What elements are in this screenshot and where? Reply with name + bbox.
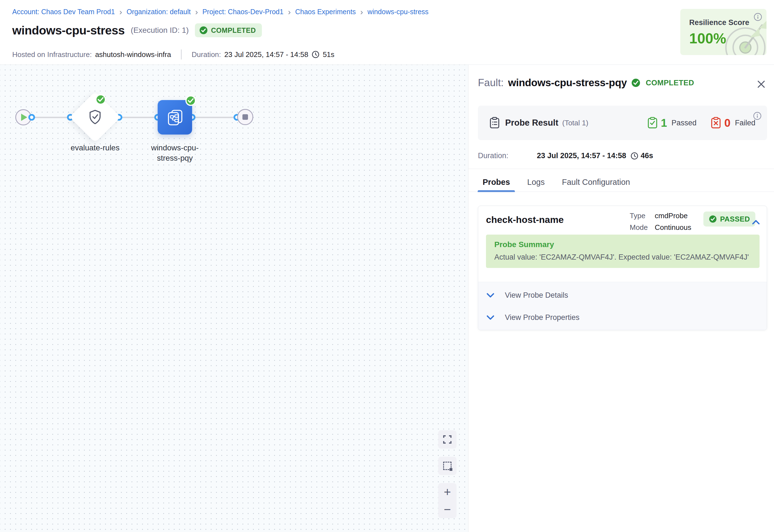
breadcrumb-item-chaos-experiments[interactable]: Chaos Experiments [295, 8, 356, 16]
play-icon [21, 114, 27, 121]
passed-count: 1 [661, 117, 667, 129]
breadcrumb-chevron-icon: › [195, 8, 198, 15]
shield-check-icon [89, 110, 101, 124]
marquee-select-button[interactable] [438, 457, 457, 475]
view-probe-details[interactable]: View Probe Details [487, 291, 568, 300]
status-badge: COMPLETED [195, 23, 262, 37]
probe-type-label: Type [630, 212, 645, 220]
hosted-infra-value: ashutosh-windows-infra [95, 50, 171, 59]
probe-result-total: (Total 1) [562, 119, 588, 127]
title-row: windows-cpu-stress (Execution ID: 1) COM… [12, 23, 262, 37]
pipeline-canvas[interactable]: evaluate-rules windows-cpu- stress-pqy +… [0, 65, 468, 532]
panel-duration-label: Duration: [478, 151, 537, 160]
view-probe-properties[interactable]: View Probe Properties [487, 313, 579, 322]
clipboard-icon [490, 117, 500, 129]
probe-card-footer: View Probe Details View Probe Properties [478, 282, 767, 330]
breadcrumb-item-project[interactable]: Project: Chaos-Dev-Prod1 [202, 8, 284, 16]
probe-result-card: Probe Result (Total 1) 1 Passed [478, 106, 767, 140]
node-port [28, 114, 35, 121]
chevron-up-icon[interactable] [752, 219, 760, 225]
chevron-down-icon [487, 315, 494, 320]
node-label-line2: stress-pqy [133, 153, 217, 163]
panel-divider [468, 169, 774, 169]
fault-header: Fault: windows-cpu-stress-pqy COMPLETED [478, 77, 694, 89]
probe-type-value: cmdProbe [655, 212, 688, 220]
main-area: evaluate-rules windows-cpu- stress-pqy +… [0, 65, 774, 532]
edge [192, 117, 237, 118]
check-circle-icon [631, 78, 640, 87]
breadcrumb-chevron-icon: › [119, 8, 122, 15]
marquee-select-icon [443, 462, 451, 470]
info-icon[interactable] [754, 13, 762, 21]
passed-clipboard-icon [648, 117, 658, 129]
probe-card: check-host-name Type cmdProbe Mode Conti… [478, 206, 767, 330]
tab-logs[interactable]: Logs [522, 173, 550, 192]
fullscreen-button[interactable] [438, 430, 457, 449]
tab-probes[interactable]: Probes [478, 173, 515, 192]
node-label-evaluate-rules: evaluate-rules [53, 143, 137, 153]
breadcrumb-item-current[interactable]: windows-cpu-stress [368, 8, 429, 16]
breadcrumb-chevron-icon: › [288, 8, 291, 15]
chevron-down-icon [487, 293, 494, 298]
chaos-experiment-page: Account: Chaos Dev Team Prod1 › Organiza… [0, 0, 774, 532]
hosted-infra-label: Hosted on Infrastructure: [12, 50, 92, 59]
breadcrumb: Account: Chaos Dev Team Prod1 › Organiza… [12, 8, 428, 16]
resilience-score: 100% [689, 30, 726, 47]
clock-icon [631, 152, 638, 160]
header-duration-elapsed: 51s [323, 50, 334, 59]
meta-divider [181, 49, 182, 59]
probe-result-title: Probe Result [505, 118, 558, 128]
stop-icon [242, 114, 248, 120]
fault-name: windows-cpu-stress-pqy [508, 77, 627, 89]
passed-badge-label: PASSED [720, 215, 750, 223]
success-badge-icon [95, 94, 106, 105]
probe-summary-text: Actual value: 'EC2AMAZ-QMVAF4J'. Expecte… [494, 253, 749, 262]
node-label-line1: windows-cpu- [133, 143, 217, 153]
breadcrumb-item-account[interactable]: Account: Chaos Dev Team Prod1 [12, 8, 115, 16]
view-probe-details-label: View Probe Details [505, 291, 568, 300]
page-title: windows-cpu-stress [12, 24, 125, 37]
fault-label: Fault: [478, 77, 504, 89]
fault-status: COMPLETED [646, 79, 694, 87]
info-icon[interactable] [753, 112, 761, 120]
failed-clipboard-icon [711, 117, 721, 129]
edge [32, 117, 70, 118]
zoom-in-button[interactable]: + [438, 483, 457, 501]
fault-details-panel: Fault: windows-cpu-stress-pqy COMPLETED … [468, 65, 774, 532]
header-duration-value: 23 Jul 2025, 14:57 - 14:58 [224, 50, 308, 59]
close-icon[interactable] [756, 79, 766, 89]
panel-duration-elapsed: 46s [641, 151, 653, 160]
clock-icon [312, 51, 319, 58]
zoom-out-button[interactable]: − [438, 501, 457, 518]
breadcrumb-item-organization[interactable]: Organization: default [126, 8, 191, 16]
probe-mode-label: Mode [630, 223, 648, 232]
tab-fault-configuration-label: Fault Configuration [562, 178, 630, 187]
failed-count: 0 [724, 117, 730, 129]
probe-summary: Probe Summary Actual value: 'EC2AMAZ-QMV… [486, 235, 760, 268]
zoom-controls: + − [438, 483, 457, 518]
node-windows-cpu-stress-pqy[interactable] [158, 100, 192, 135]
execution-id: (Execution ID: 1) [131, 26, 189, 35]
fullscreen-icon [443, 435, 452, 444]
status-badge-label: COMPLETED [211, 26, 256, 34]
probe-name: check-host-name [486, 214, 564, 225]
tab-fault-configuration[interactable]: Fault Configuration [557, 173, 635, 192]
view-probe-properties-label: View Probe Properties [505, 313, 579, 322]
header-duration-label: Duration: [192, 50, 221, 59]
breadcrumb-chevron-icon: › [360, 8, 363, 15]
tab-logs-label: Logs [527, 178, 545, 187]
probe-summary-title: Probe Summary [494, 240, 554, 249]
check-circle-icon [709, 215, 717, 223]
tab-probes-label: Probes [483, 178, 510, 187]
node-label-windows-cpu-stress-pqy: windows-cpu- stress-pqy [133, 143, 217, 163]
panel-tabs: Probes Logs Fault Configuration [478, 173, 642, 192]
check-circle-icon [199, 26, 208, 34]
active-tab-underline [478, 190, 515, 192]
experiment-icon [166, 108, 184, 126]
meta-row: Hosted on Infrastructure: ashutosh-windo… [12, 49, 334, 59]
resilience-title: Resilience Score [689, 18, 749, 27]
edge [119, 117, 158, 118]
end-node [237, 109, 253, 125]
probe-mode-value: Continuous [655, 223, 691, 232]
success-badge-icon [185, 95, 196, 106]
